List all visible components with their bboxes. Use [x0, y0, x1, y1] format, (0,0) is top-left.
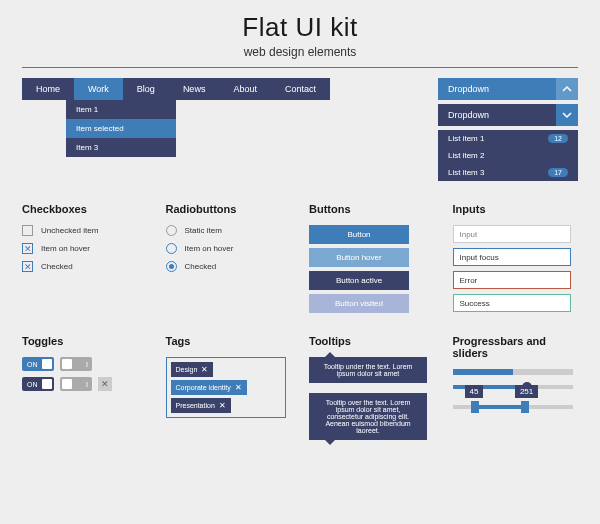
- close-icon[interactable]: ✕: [219, 401, 226, 410]
- nav-item-contact[interactable]: Contact: [271, 78, 330, 100]
- section-inputs: Inputs: [453, 203, 579, 215]
- radio[interactable]: [166, 225, 177, 236]
- range-label-a: 45: [465, 385, 484, 398]
- checkbox[interactable]: ✕: [22, 243, 33, 254]
- text-input[interactable]: Error: [453, 271, 571, 289]
- list-item[interactable]: List item 317: [438, 164, 578, 181]
- submenu-item[interactable]: Item selected: [66, 119, 176, 138]
- page-title: Flat UI kit: [22, 12, 578, 43]
- submenu-item[interactable]: Item 3: [66, 138, 176, 157]
- tags-container: Design✕Corporate identity✕Presentation✕: [166, 357, 286, 418]
- radio[interactable]: [166, 243, 177, 254]
- close-icon[interactable]: ✕: [235, 383, 242, 392]
- section-toggles: Toggles: [22, 335, 148, 347]
- close-icon[interactable]: ✕: [98, 377, 112, 391]
- submenu-item[interactable]: Item 1: [66, 100, 176, 119]
- badge: 12: [548, 134, 568, 143]
- nav-item-blog[interactable]: Blog: [123, 78, 169, 100]
- range-label-b: 251: [515, 385, 538, 398]
- toggle-on-dark[interactable]: ON: [22, 377, 54, 391]
- dropdown-label: Dropdown: [448, 110, 489, 120]
- radio-label: Item on hover: [185, 244, 234, 253]
- toggle-off-gray[interactable]: I: [60, 377, 92, 391]
- radio-label: Checked: [185, 262, 217, 271]
- range-knob-b[interactable]: [521, 401, 529, 413]
- section-checkboxes: Checkboxes: [22, 203, 148, 215]
- range-knob-a[interactable]: [471, 401, 479, 413]
- dropdown-label: Dropdown: [448, 84, 489, 94]
- button[interactable]: Button visited: [309, 294, 409, 313]
- toggle-on[interactable]: ON: [22, 357, 54, 371]
- dropdown-collapsed[interactable]: Dropdown: [438, 78, 578, 100]
- toggle-off[interactable]: I: [60, 357, 92, 371]
- text-input[interactable]: Input: [453, 225, 571, 243]
- tag[interactable]: Presentation✕: [171, 398, 231, 413]
- section-tags: Tags: [166, 335, 292, 347]
- radio[interactable]: [166, 261, 177, 272]
- section-tooltips: Tooltips: [309, 335, 435, 347]
- radio-label: Static item: [185, 226, 222, 235]
- checkbox[interactable]: [22, 225, 33, 236]
- chevron-down-icon: [556, 104, 578, 126]
- nav-item-about[interactable]: About: [219, 78, 271, 100]
- button[interactable]: Button: [309, 225, 409, 244]
- nav-item-work[interactable]: Work: [74, 78, 123, 100]
- section-radios: Radiobuttons: [166, 203, 292, 215]
- tag[interactable]: Corporate identity✕: [171, 380, 247, 395]
- list-item[interactable]: List item 112: [438, 130, 578, 147]
- badge: 17: [548, 168, 568, 177]
- checkbox-label: Item on hover: [41, 244, 90, 253]
- list-item[interactable]: List item 2: [438, 147, 578, 164]
- nav-item-home[interactable]: Home: [22, 78, 74, 100]
- section-progress: Progressbars and sliders: [453, 335, 579, 359]
- dropdown-expanded[interactable]: Dropdown: [438, 104, 578, 126]
- page-subtitle: web design elements: [22, 45, 578, 59]
- progressbar: [453, 369, 573, 375]
- text-input[interactable]: Input focus: [453, 248, 571, 266]
- text-input[interactable]: Success: [453, 294, 571, 312]
- checkbox-label: Unchecked item: [41, 226, 98, 235]
- divider: [22, 67, 578, 68]
- tooltip-below: Tooltip under the text. Lorem ipsum dolo…: [309, 357, 427, 383]
- checkbox[interactable]: ✕: [22, 261, 33, 272]
- nav-item-news[interactable]: News: [169, 78, 220, 100]
- tooltip-above: Tooltip over the text. Lorem ipsum dolor…: [309, 393, 427, 440]
- range-slider[interactable]: 45 251: [453, 405, 573, 409]
- main-nav: HomeWorkBlogNewsAboutContact: [22, 78, 330, 100]
- section-buttons: Buttons: [309, 203, 435, 215]
- chevron-up-icon: [556, 78, 578, 100]
- button[interactable]: Button active: [309, 271, 409, 290]
- button[interactable]: Button hover: [309, 248, 409, 267]
- checkbox-label: Checked: [41, 262, 73, 271]
- tag[interactable]: Design✕: [171, 362, 214, 377]
- close-icon[interactable]: ✕: [201, 365, 208, 374]
